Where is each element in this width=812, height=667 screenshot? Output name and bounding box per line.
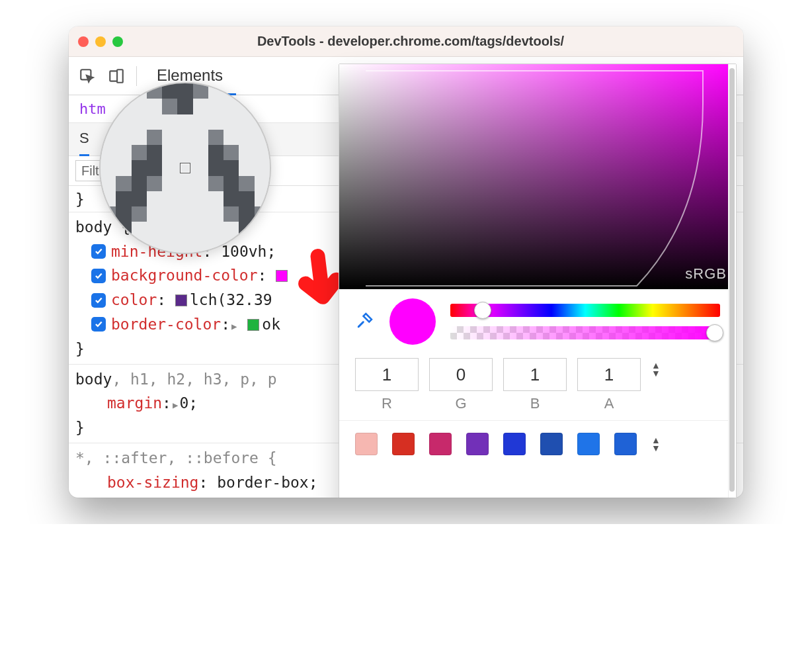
color-swatch[interactable] xyxy=(247,319,259,331)
color-swatch[interactable] xyxy=(175,294,187,306)
value-b-input[interactable]: 1 xyxy=(503,358,567,391)
value-r-label: R xyxy=(355,395,419,412)
palette-swatch[interactable] xyxy=(355,433,378,455)
value-a-label: A xyxy=(577,395,641,412)
checkbox-icon[interactable] xyxy=(91,244,106,259)
scrollbar[interactable] xyxy=(728,64,736,498)
palette-swatch[interactable] xyxy=(577,433,600,455)
checkbox-icon[interactable] xyxy=(91,293,106,308)
alpha-thumb[interactable] xyxy=(706,324,723,341)
palette-swatch[interactable] xyxy=(466,433,489,455)
gamut-label: sRGB xyxy=(685,265,727,283)
hue-slider[interactable] xyxy=(450,304,720,317)
current-color-swatch xyxy=(389,298,436,345)
toolbar-divider xyxy=(136,66,137,86)
palette-swatch[interactable] xyxy=(614,433,637,455)
palette-swatch[interactable] xyxy=(540,433,563,455)
color-picker-popover: sRGB 1R 0G 1B 1A ▲▼ xyxy=(339,64,737,498)
value-r-input[interactable]: 1 xyxy=(355,358,419,391)
loupe-cursor xyxy=(181,163,190,173)
window-title: DevTools - developer.chrome.com/tags/dev… xyxy=(87,34,734,49)
checkbox-icon[interactable] xyxy=(91,269,106,283)
value-g-label: G xyxy=(429,395,493,412)
subtab-styles[interactable]: S xyxy=(79,123,89,156)
devtools-window: DevTools - developer.chrome.com/tags/dev… xyxy=(69,26,743,498)
palette-swatch[interactable] xyxy=(392,433,415,455)
checkbox-icon[interactable] xyxy=(91,317,106,332)
palette-swatch[interactable] xyxy=(503,433,526,455)
expand-icon[interactable]: ▶ xyxy=(231,321,237,332)
hue-thumb[interactable] xyxy=(474,302,491,319)
expand-icon[interactable]: ▶ xyxy=(173,400,178,410)
value-g-input[interactable]: 0 xyxy=(429,358,493,391)
inspect-icon[interactable] xyxy=(74,63,101,89)
svg-rect-2 xyxy=(117,69,123,83)
titlebar: DevTools - developer.chrome.com/tags/dev… xyxy=(69,26,743,57)
alpha-slider[interactable] xyxy=(450,326,720,339)
device-toggle-icon[interactable] xyxy=(103,63,130,89)
eyedropper-icon[interactable] xyxy=(355,310,375,333)
eyedropper-loupe[interactable] xyxy=(99,82,271,254)
value-b-label: B xyxy=(503,395,567,412)
format-switcher-icon[interactable]: ▲▼ xyxy=(651,362,661,377)
palette-switcher-icon[interactable]: ▲▼ xyxy=(651,437,661,451)
value-a-input[interactable]: 1 xyxy=(577,358,641,391)
spectrum-field[interactable]: sRGB xyxy=(339,64,736,289)
palette-row: ▲▼ xyxy=(339,420,736,467)
palette-swatch[interactable] xyxy=(429,433,452,455)
